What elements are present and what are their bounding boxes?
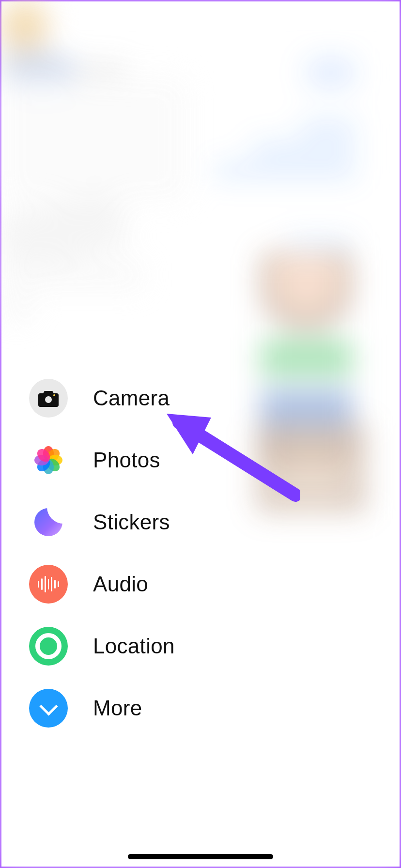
- attachment-menu-label: Camera: [93, 386, 170, 410]
- attachment-menu-item-location[interactable]: Location: [29, 627, 232, 666]
- camera-icon: [29, 379, 68, 418]
- home-indicator: [128, 854, 273, 859]
- attachment-menu-item-more[interactable]: More: [29, 689, 232, 728]
- photos-icon: [29, 441, 68, 480]
- stickers-icon: [29, 503, 68, 542]
- attachment-menu-label: Stickers: [93, 510, 170, 534]
- attachment-menu-item-photos[interactable]: Photos: [29, 441, 232, 480]
- attachment-menu-label: More: [93, 696, 142, 720]
- audio-icon: [29, 565, 68, 604]
- chevron-down-icon: [29, 689, 68, 728]
- attachment-menu-item-audio[interactable]: Audio: [29, 565, 232, 604]
- attachment-menu: Camera Photos Stickers Audio Location Mo…: [29, 379, 232, 728]
- attachment-menu-item-stickers[interactable]: Stickers: [29, 503, 232, 542]
- attachment-menu-label: Location: [93, 634, 175, 658]
- svg-point-2: [53, 394, 55, 396]
- location-icon: [29, 627, 68, 666]
- attachment-menu-label: Photos: [93, 448, 160, 472]
- attachment-menu-item-camera[interactable]: Camera: [29, 379, 232, 418]
- attachment-menu-label: Audio: [93, 572, 148, 596]
